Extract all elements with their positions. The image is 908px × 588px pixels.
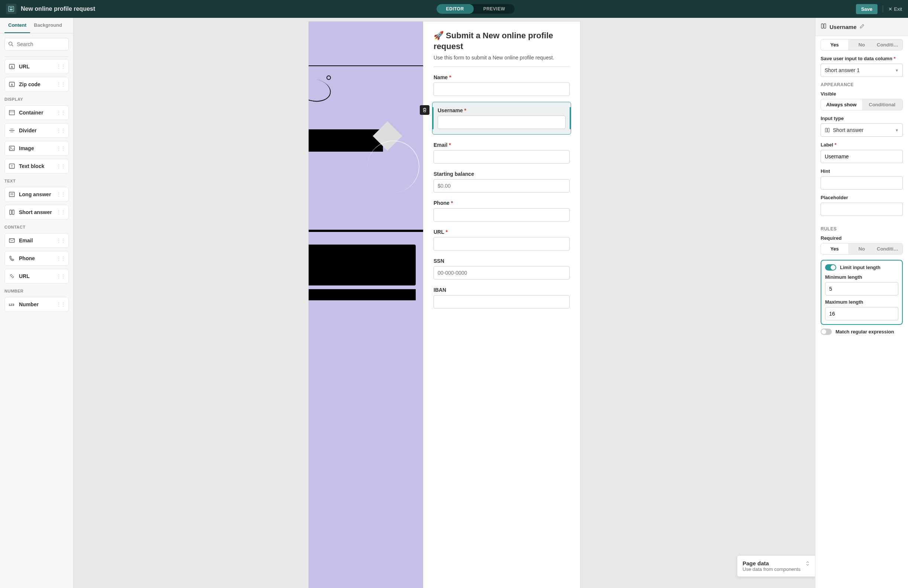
- component-textblock[interactable]: T Text block ⋮⋮: [5, 159, 69, 174]
- drag-handle-icon: ⋮⋮: [56, 238, 66, 243]
- svg-rect-22: [12, 210, 14, 214]
- delete-button[interactable]: [420, 105, 430, 115]
- close-icon: ✕: [888, 6, 892, 12]
- drag-handle-icon: ⋮⋮: [56, 256, 66, 261]
- trash-icon: [422, 108, 427, 112]
- container-icon: [8, 109, 15, 116]
- page-data-title: Page data: [742, 560, 810, 566]
- email-input[interactable]: [433, 150, 570, 164]
- properties-panel: Username Yes No Conditio… Save user inpu…: [815, 18, 908, 588]
- component-image[interactable]: Image ⋮⋮: [5, 141, 69, 156]
- username-input[interactable]: [438, 116, 565, 129]
- exit-button[interactable]: ✕ Exit: [888, 6, 902, 12]
- component-container[interactable]: Container ⋮⋮: [5, 105, 69, 120]
- svg-rect-9: [9, 110, 14, 115]
- phone-input[interactable]: [433, 208, 570, 222]
- svg-rect-27: [826, 128, 827, 132]
- seg-no[interactable]: No: [848, 39, 875, 50]
- section-appearance: APPEARANCE: [821, 82, 903, 87]
- section-display: DISPLAY: [0, 93, 73, 104]
- drag-handle-icon: ⋮⋮: [56, 110, 66, 115]
- view-toggle: EDITOR PREVIEW: [436, 4, 515, 14]
- limit-length-toggle[interactable]: [825, 264, 836, 271]
- component-short-answer[interactable]: Short answer ⋮⋮: [5, 205, 69, 220]
- component-url2[interactable]: URL ⋮⋮: [5, 269, 69, 284]
- label-input[interactable]: [821, 150, 903, 163]
- svg-rect-28: [828, 128, 829, 132]
- component-url[interactable]: A URL ⋮⋮: [5, 59, 69, 74]
- save-column-select[interactable]: Short answer 1 ▼: [821, 64, 903, 77]
- component-divider[interactable]: Divider ⋮⋮: [5, 123, 69, 138]
- drag-handle-icon: ⋮⋮: [56, 210, 66, 215]
- max-length-input[interactable]: [825, 307, 898, 320]
- section-rules: RULES: [821, 227, 903, 231]
- text-a-icon: A: [8, 63, 15, 70]
- min-length-input[interactable]: [825, 282, 898, 296]
- save-button[interactable]: Save: [856, 4, 877, 14]
- app-icon: [6, 4, 16, 14]
- svg-rect-25: [821, 24, 823, 28]
- svg-point-15: [10, 147, 11, 148]
- seg-conditional2[interactable]: Conditional: [862, 99, 903, 110]
- name-input[interactable]: [433, 82, 570, 96]
- seg-conditional[interactable]: Conditio…: [875, 39, 902, 50]
- field-username-selected[interactable]: Username *: [432, 102, 571, 135]
- component-zipcode[interactable]: A Zip code ⋮⋮: [5, 77, 69, 92]
- form-canvas[interactable]: 🚀 Submit a New online profile request Us…: [309, 22, 580, 588]
- visible-segment: Always show Conditional: [821, 99, 903, 110]
- phone-icon: [8, 255, 15, 262]
- field-balance[interactable]: Starting balance: [433, 171, 570, 193]
- component-phone[interactable]: Phone ⋮⋮: [5, 251, 69, 266]
- iban-input[interactable]: [433, 295, 570, 308]
- field-ssn[interactable]: SSN: [433, 258, 570, 280]
- text-a-icon: A: [8, 81, 15, 88]
- divider-icon: [8, 127, 15, 134]
- sidebar-tab-content[interactable]: Content: [5, 18, 30, 33]
- placeholder-input[interactable]: [821, 202, 903, 216]
- drag-handle-icon: ⋮⋮: [56, 192, 66, 197]
- svg-text:A: A: [11, 83, 13, 87]
- left-sidebar: Content Background A URL ⋮⋮ A Zip code ⋮…: [0, 18, 74, 588]
- page-data-panel[interactable]: Page data Use data from components: [737, 555, 815, 577]
- search-input[interactable]: [5, 38, 69, 51]
- input-type-select[interactable]: Short answer ▼: [821, 124, 903, 137]
- field-email[interactable]: Email *: [433, 142, 570, 164]
- form-divider: [433, 66, 570, 67]
- tab-preview[interactable]: PREVIEW: [474, 4, 515, 14]
- short-answer-icon: [825, 127, 830, 133]
- seg-yes[interactable]: Yes: [821, 39, 848, 50]
- hint-input[interactable]: [821, 176, 903, 190]
- chevron-down-icon: ▼: [895, 68, 899, 72]
- drag-handle-icon: ⋮⋮: [56, 82, 66, 87]
- form-title[interactable]: 🚀 Submit a New online profile request: [433, 31, 570, 51]
- form-description[interactable]: Use this form to submit a New online pro…: [433, 55, 570, 61]
- tab-editor[interactable]: EDITOR: [436, 4, 474, 14]
- sidebar-tab-background[interactable]: Background: [30, 18, 66, 33]
- seg-always-show[interactable]: Always show: [821, 99, 862, 110]
- top-segment: Yes No Conditio…: [821, 39, 903, 51]
- field-name[interactable]: Name *: [433, 74, 570, 96]
- drag-handle-icon: ⋮⋮: [56, 146, 66, 151]
- svg-point-3: [9, 42, 12, 45]
- seg-req-cond[interactable]: Conditio…: [875, 243, 902, 254]
- field-phone[interactable]: Phone *: [433, 200, 570, 222]
- field-url[interactable]: URL *: [433, 229, 570, 251]
- expand-icon[interactable]: [805, 561, 810, 567]
- component-long-answer[interactable]: Long answer ⋮⋮: [5, 187, 69, 202]
- svg-rect-14: [9, 146, 14, 151]
- balance-input[interactable]: [433, 179, 570, 193]
- url-input[interactable]: [433, 237, 570, 251]
- seg-req-yes[interactable]: Yes: [821, 243, 848, 254]
- ssn-input[interactable]: [433, 266, 570, 280]
- field-iban[interactable]: IBAN: [433, 287, 570, 308]
- component-number[interactable]: 123 Number ⋮⋮: [5, 297, 69, 312]
- edit-icon[interactable]: [860, 23, 865, 30]
- seg-req-no[interactable]: No: [848, 243, 875, 254]
- svg-rect-2: [10, 9, 13, 10]
- drag-handle-icon: ⋮⋮: [56, 302, 66, 307]
- component-email[interactable]: Email ⋮⋮: [5, 233, 69, 248]
- drag-handle-icon: ⋮⋮: [56, 164, 66, 169]
- regex-toggle[interactable]: [821, 329, 832, 335]
- svg-rect-23: [9, 239, 14, 243]
- svg-line-4: [12, 45, 13, 47]
